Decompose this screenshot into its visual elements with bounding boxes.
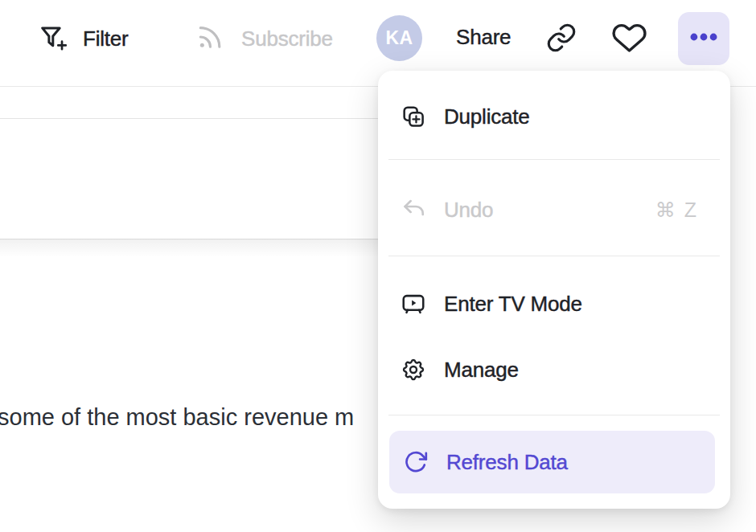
menu-divider (388, 159, 720, 160)
gear-icon (401, 357, 426, 383)
filter-plus-icon (37, 22, 68, 55)
refresh-data-label: Refresh Data (446, 450, 568, 475)
menu-item-enter-tv-mode[interactable]: Enter TV Mode (378, 280, 730, 328)
subscribe-label: Subscribe (241, 27, 333, 51)
copy-link-button[interactable] (545, 22, 577, 57)
share-button[interactable]: Share (456, 25, 511, 50)
ellipsis-icon (686, 19, 721, 58)
menu-item-manage[interactable]: Manage (378, 346, 730, 394)
undo-shortcut: ⌘ Z (655, 198, 698, 222)
filter-button[interactable]: Filter (37, 22, 129, 55)
heart-icon (611, 19, 647, 59)
filter-label: Filter (83, 27, 129, 51)
menu-divider (388, 415, 720, 415)
duplicate-icon (401, 104, 426, 129)
menu-item-refresh-data[interactable]: Refresh Data (389, 431, 715, 493)
avatar[interactable]: KA (376, 15, 422, 61)
avatar-initials: KA (385, 27, 413, 49)
more-options-menu: Duplicate Undo ⌘ Z Enter TV Mode (378, 71, 730, 509)
refresh-icon (403, 449, 429, 475)
subscribe-button[interactable]: Subscribe (194, 21, 333, 56)
undo-label: Undo (444, 198, 493, 223)
menu-divider (388, 256, 720, 256)
undo-icon (401, 197, 426, 223)
enter-tv-mode-label: Enter TV Mode (444, 292, 582, 317)
favorite-button[interactable] (611, 19, 647, 59)
duplicate-label: Duplicate (444, 104, 530, 129)
card-bottom-shadow (0, 239, 378, 257)
link-icon (545, 22, 577, 57)
tv-mode-icon (401, 291, 426, 317)
more-options-button[interactable] (678, 12, 729, 65)
menu-item-duplicate[interactable]: Duplicate (378, 92, 730, 141)
manage-label: Manage (444, 358, 519, 383)
menu-item-undo[interactable]: Undo ⌘ Z (378, 186, 730, 234)
rss-icon (194, 21, 226, 56)
subheader-divider (0, 118, 378, 119)
